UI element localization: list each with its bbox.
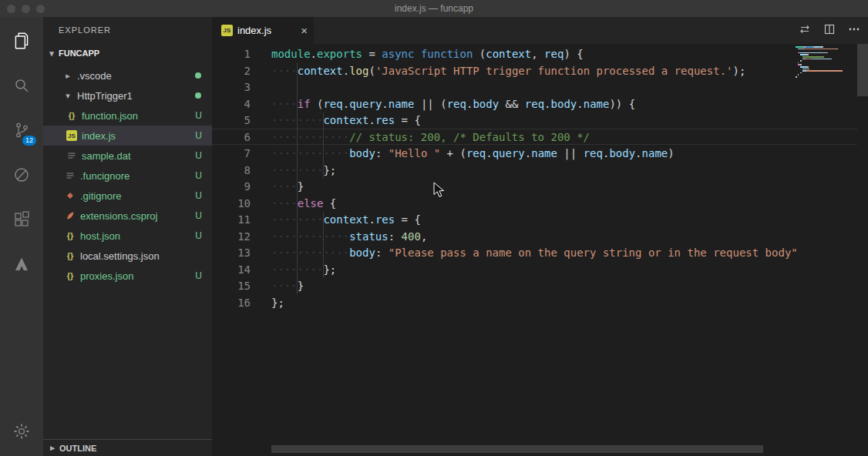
code-line-10[interactable]: 10····else {	[212, 196, 868, 213]
tree-item-extensions.csproj[interactable]: extensions.csprojU	[43, 206, 212, 226]
line-number[interactable]: 6	[212, 129, 251, 146]
file-label: sample.dat	[82, 150, 131, 162]
code-line-12[interactable]: 12············status: 400,	[212, 229, 868, 246]
line-number[interactable]: 1	[212, 46, 251, 63]
minimap-line	[796, 54, 857, 55]
settings-gear-button[interactable]	[0, 414, 43, 448]
file-label: function.json	[82, 110, 138, 122]
code-line-13[interactable]: 13············body: "Please pass a name …	[212, 245, 868, 262]
more-actions-icon[interactable]	[848, 23, 860, 39]
code-line-6[interactable]: 6············// status: 200, /* Defaults…	[212, 129, 868, 146]
minimap-line	[796, 52, 857, 54]
line-number[interactable]: 3	[212, 79, 251, 96]
line-number[interactable]: 14	[212, 262, 251, 279]
activity-azure-button[interactable]	[0, 242, 43, 287]
line-number[interactable]: 15	[212, 278, 251, 295]
code-line-3[interactable]: 3	[212, 79, 868, 96]
activity-source-control-button[interactable]: 12	[0, 108, 43, 153]
activity-bar: 12	[0, 17, 43, 456]
tree-item-function.json[interactable]: {}function.jsonU	[43, 106, 212, 126]
tree-item-.funcignore[interactable]: .funcignoreU	[43, 166, 212, 186]
vertical-scrollbar[interactable]	[857, 44, 868, 96]
tree-item-index.js[interactable]: JSindex.jsU	[43, 126, 212, 146]
line-content: ····else {	[271, 196, 336, 213]
code-line-2[interactable]: 2····context.log('JavaScript HTTP trigge…	[212, 63, 868, 80]
line-number[interactable]: 12	[212, 229, 251, 246]
line-number[interactable]: 7	[212, 146, 251, 163]
tree-item-sample.dat[interactable]: sample.datU	[43, 146, 212, 166]
open-changes-icon[interactable]	[799, 23, 811, 39]
code-line-8[interactable]: 8········};	[212, 163, 868, 179]
code-line-15[interactable]: 15····}	[212, 278, 868, 295]
line-number[interactable]: 9	[212, 179, 251, 196]
git-status-badge: U	[195, 190, 202, 201]
json-file-icon: {}	[66, 111, 77, 120]
line-number[interactable]: 4	[212, 96, 251, 113]
code-line-1[interactable]: 1module.exports = async function (contex…	[212, 46, 868, 63]
line-number[interactable]: 16	[212, 295, 251, 312]
code-line-7[interactable]: 7············body: "Hello " + (req.query…	[212, 146, 868, 163]
tree-item-local.settings.json[interactable]: {}local.settings.json	[43, 246, 212, 266]
line-content: ····if (req.query.name || (req.body && r…	[271, 96, 635, 113]
tree-item-proxies.json[interactable]: {}proxies.jsonU	[43, 266, 212, 286]
horizontal-scrollbar[interactable]	[271, 445, 763, 453]
line-number[interactable]: 13	[212, 245, 251, 262]
sidebar-explorer: EXPLORER ▾ FUNCAPP ▸.vscode▾HttpTrigger1…	[43, 17, 212, 456]
chevron-right-icon: ▸	[48, 443, 57, 453]
json-file-icon: {}	[65, 251, 76, 260]
minimap[interactable]	[796, 46, 857, 79]
section-label: FUNCAPP	[59, 49, 99, 58]
code-line-14[interactable]: 14········};	[212, 262, 868, 279]
line-content: ····context.log('JavaScript HTTP trigger…	[271, 63, 745, 80]
js-file-icon: JS	[221, 25, 233, 36]
minimap-line	[796, 64, 857, 65]
code-line-9[interactable]: 9····}	[212, 179, 868, 196]
line-content: ············body: "Please pass a name on…	[271, 245, 798, 262]
section-header-funcapp[interactable]: ▾ FUNCAPP	[43, 44, 212, 62]
minimap-line	[796, 59, 857, 60]
code-line-11[interactable]: 11········context.res = {	[212, 212, 868, 229]
file-label: local.settings.json	[80, 250, 160, 262]
activity-search-button[interactable]	[0, 63, 43, 108]
files-icon	[12, 31, 32, 51]
activity-explorer-button[interactable]	[0, 18, 43, 63]
activity-extensions-button[interactable]	[0, 197, 43, 242]
workbench: 12 EXPLORER ▾ FUN	[0, 17, 868, 456]
line-content: ············status: 400,	[271, 229, 427, 246]
line-number[interactable]: 5	[212, 112, 251, 129]
close-window-button[interactable]	[7, 5, 15, 13]
code-editor[interactable]: 1module.exports = async function (contex…	[212, 44, 868, 456]
git-status-badge: U	[195, 230, 202, 241]
git-status-badge: U	[195, 150, 202, 161]
code-content[interactable]: 1module.exports = async function (contex…	[212, 46, 868, 311]
code-line-5[interactable]: 5········context.res = {	[212, 112, 868, 129]
line-number[interactable]: 2	[212, 63, 251, 80]
zoom-window-button[interactable]	[36, 5, 45, 13]
debug-disabled-icon	[12, 166, 31, 184]
activity-debug-button[interactable]	[0, 153, 43, 197]
tree-item-.gitignore[interactable]: .gitignoreU	[43, 186, 212, 206]
close-tab-icon[interactable]: ×	[301, 24, 308, 37]
tree-item-.vscode[interactable]: ▸.vscode	[43, 65, 212, 86]
outline-label: OUTLINE	[59, 444, 96, 453]
window-title: index.js — funcapp	[395, 3, 473, 14]
tree-item-host.json[interactable]: {}host.jsonU	[43, 226, 212, 246]
minimize-window-button[interactable]	[22, 5, 30, 13]
editor-group: JS index.js ×	[212, 17, 868, 456]
code-line-16[interactable]: 16};	[212, 295, 868, 312]
outline-section-header[interactable]: ▸ OUTLINE	[43, 439, 212, 456]
code-line-4[interactable]: 4····if (req.query.name || (req.body && …	[212, 96, 868, 113]
git-file-icon	[65, 190, 76, 201]
line-content: ····}	[271, 278, 304, 295]
tab-index-js[interactable]: JS index.js ×	[212, 17, 314, 44]
tree-item-HttpTrigger1[interactable]: ▾HttpTrigger1	[43, 86, 212, 106]
tab-label: index.js	[237, 25, 296, 36]
line-content: ············body: "Hello " + (req.query.…	[271, 146, 675, 163]
minimap-line	[796, 50, 857, 52]
split-editor-icon[interactable]	[823, 23, 836, 39]
line-content: module.exports = async function (context…	[271, 46, 584, 63]
line-number[interactable]: 10	[212, 196, 251, 213]
extensions-icon	[12, 210, 31, 229]
line-number[interactable]: 8	[212, 163, 251, 179]
line-number[interactable]: 11	[212, 212, 251, 229]
